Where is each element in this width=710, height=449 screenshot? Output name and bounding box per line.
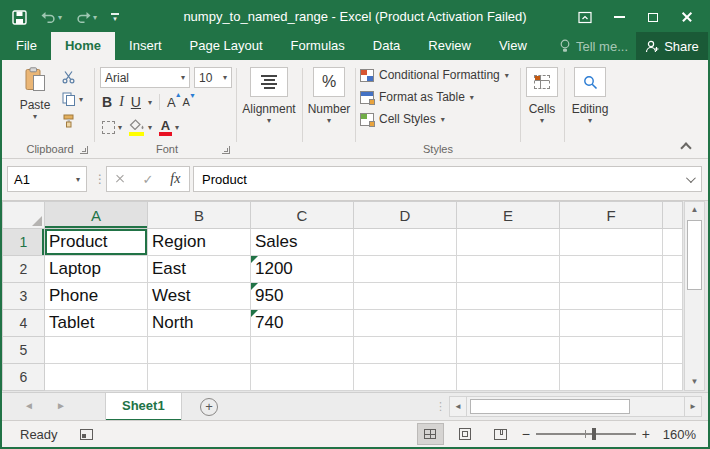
cell-partial-4[interactable] [663, 310, 683, 337]
tab-page-layout[interactable]: Page Layout [176, 32, 277, 60]
cell-E2[interactable] [457, 256, 560, 283]
next-sheet-icon[interactable]: ► [56, 400, 66, 411]
font-dialog-launcher-icon[interactable] [222, 146, 230, 154]
cell-C2[interactable]: 1200 [251, 256, 354, 283]
alignment-group[interactable]: Alignment ▾ [238, 60, 300, 159]
cell-A3[interactable]: Phone [45, 283, 148, 310]
cell-F2[interactable] [560, 256, 663, 283]
cell-partial-1[interactable] [663, 229, 683, 256]
tab-formulas[interactable]: Formulas [277, 32, 359, 60]
cell-E1[interactable] [457, 229, 560, 256]
cell-F1[interactable] [560, 229, 663, 256]
macro-record-icon[interactable] [80, 429, 93, 440]
zoom-slider-handle[interactable] [592, 428, 596, 440]
normal-view-button[interactable] [417, 423, 444, 445]
format-painter-button[interactable] [62, 114, 83, 128]
enter-check-icon[interactable]: ✓ [142, 172, 153, 187]
zoom-level[interactable]: 160% [658, 427, 696, 442]
cell-A1[interactable]: Product [45, 229, 148, 256]
paste-dropdown-icon[interactable]: ▾ [14, 112, 56, 121]
collapse-ribbon-icon[interactable] [680, 142, 691, 153]
share-button[interactable]: Share [636, 32, 708, 60]
row-header-6[interactable]: 6 [3, 364, 45, 391]
editing-group[interactable]: Editing ▾ [566, 60, 614, 159]
minimize-button[interactable] [602, 2, 636, 32]
formula-input[interactable]: Product [193, 166, 702, 192]
customize-quick-access-toolbar-icon[interactable]: ▾ [111, 13, 119, 21]
cell-B2[interactable]: East [148, 256, 251, 283]
cell-B4[interactable]: North [148, 310, 251, 337]
copy-dropdown-icon[interactable]: ▾ [79, 95, 83, 104]
row-header-2[interactable]: 2 [3, 256, 45, 283]
font-size-select[interactable]: 10▾ [194, 67, 232, 88]
cell-A2[interactable]: Laptop [45, 256, 148, 283]
number-dropdown-icon[interactable]: ▾ [304, 116, 354, 125]
cell-D1[interactable] [354, 229, 457, 256]
tell-me-box[interactable]: Tell me... [559, 32, 628, 60]
close-button[interactable] [670, 2, 704, 32]
cell-D6[interactable] [354, 364, 457, 391]
cell-partial-5[interactable] [663, 337, 683, 364]
cell-A4[interactable]: Tablet [45, 310, 148, 337]
tab-data[interactable]: Data [359, 32, 414, 60]
clipboard-dialog-launcher-icon[interactable] [80, 146, 88, 154]
vertical-scrollbar[interactable]: ▲ ▼ [684, 201, 705, 391]
row-header-5[interactable]: 5 [3, 337, 45, 364]
tab-review[interactable]: Review [414, 32, 485, 60]
cell-F6[interactable] [560, 364, 663, 391]
column-header-partial[interactable] [663, 202, 683, 229]
sheet-tab-sheet1[interactable]: Sheet1 [105, 393, 182, 421]
cell-D3[interactable] [354, 283, 457, 310]
new-sheet-button[interactable]: + [200, 398, 218, 416]
vertical-scroll-thumb[interactable] [687, 220, 702, 290]
tab-insert[interactable]: Insert [115, 32, 176, 60]
column-header-C[interactable]: C [251, 202, 354, 229]
cell-C1[interactable]: Sales [251, 229, 354, 256]
zoom-out-icon[interactable]: − [522, 426, 530, 442]
cell-styles-button[interactable]: Cell Styles▾ [360, 112, 445, 126]
fill-color-button[interactable]: ▾ [129, 119, 152, 136]
undo-icon[interactable]: ▾ [41, 11, 62, 23]
cell-partial-3[interactable] [663, 283, 683, 310]
cell-D2[interactable] [354, 256, 457, 283]
cell-partial-2[interactable] [663, 256, 683, 283]
italic-button[interactable]: I [119, 94, 124, 110]
row-header-3[interactable]: 3 [3, 283, 45, 310]
save-icon[interactable] [12, 10, 27, 25]
cells-group[interactable]: Cells ▾ [522, 60, 562, 159]
cell-C6[interactable] [251, 364, 354, 391]
cell-F3[interactable] [560, 283, 663, 310]
format-as-table-button[interactable]: Format as Table▾ [360, 90, 474, 104]
undo-dropdown-icon[interactable]: ▾ [58, 13, 62, 22]
cell-D5[interactable] [354, 337, 457, 364]
cell-C4[interactable]: 740 [251, 310, 354, 337]
cell-C3[interactable]: 950 [251, 283, 354, 310]
cancel-icon[interactable] [115, 174, 125, 184]
editing-dropdown-icon[interactable]: ▾ [566, 116, 614, 125]
cell-B5[interactable] [148, 337, 251, 364]
cell-D4[interactable] [354, 310, 457, 337]
column-header-A[interactable]: A [45, 202, 148, 229]
column-header-D[interactable]: D [354, 202, 457, 229]
cell-A6[interactable] [45, 364, 148, 391]
row-header-1[interactable]: 1 [3, 229, 45, 256]
paste-button[interactable]: Paste ▾ [14, 67, 56, 121]
number-group[interactable]: % Number ▾ [304, 60, 354, 159]
scroll-down-icon[interactable]: ▼ [685, 374, 704, 390]
cells-dropdown-icon[interactable]: ▾ [522, 116, 562, 125]
scroll-left-icon[interactable]: ◄ [450, 397, 467, 416]
horizontal-scrollbar[interactable]: ◄ ► [449, 396, 702, 417]
cell-B1[interactable]: Region [148, 229, 251, 256]
row-header-4[interactable]: 4 [3, 310, 45, 337]
column-header-E[interactable]: E [457, 202, 560, 229]
cell-B3[interactable]: West [148, 283, 251, 310]
cell-F5[interactable] [560, 337, 663, 364]
horizontal-scroll-thumb[interactable] [470, 399, 630, 414]
tab-home[interactable]: Home [51, 32, 115, 60]
decrease-font-size-button[interactable]: A▼ [183, 96, 190, 108]
column-header-F[interactable]: F [560, 202, 663, 229]
scroll-right-icon[interactable]: ► [684, 397, 701, 416]
ribbon-display-options-icon[interactable] [568, 2, 602, 32]
cell-F4[interactable] [560, 310, 663, 337]
conditional-formatting-button[interactable]: Conditional Formatting▾ [360, 68, 509, 82]
